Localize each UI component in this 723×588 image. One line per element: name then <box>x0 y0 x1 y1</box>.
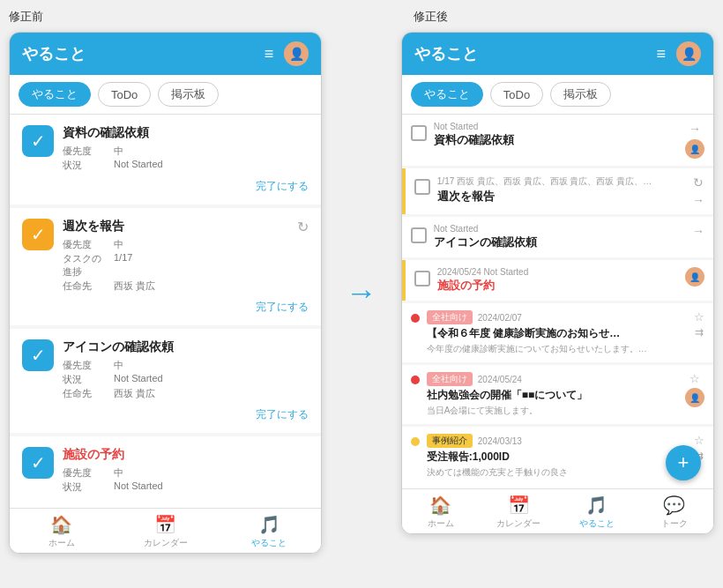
bulletin-2-sub: 当日A会場にて実施します。 <box>427 405 678 417</box>
bulletin-1[interactable]: 全社向け 2024/02/07 【令和６年度 健康診断実施のお知らせ… 今年度の… <box>402 303 713 362</box>
before-nav-home-label: ホーム <box>48 537 75 549</box>
before-task-4-meta: 優先度中 状況Not Started <box>63 466 309 494</box>
after-filter-icon[interactable]: ≡ <box>656 45 666 63</box>
after-tab-keijiban[interactable]: 掲示板 <box>550 82 611 107</box>
reply-icon[interactable]: ⇉ <box>695 326 704 339</box>
after-task-4[interactable]: 2024/05/24 Not Started 施設の予約 👤 <box>402 260 713 301</box>
before-task-3-complete[interactable]: 完了にする <box>63 407 309 422</box>
check-icon: ✓ <box>31 130 46 152</box>
before-task-2-title: 週次を報告 <box>63 219 124 234</box>
before-nav-yarukoto-label: やること <box>251 537 287 549</box>
after-nav-yarukoto[interactable]: 🎵 やること <box>557 495 635 530</box>
arrow-right-icon-2: → <box>692 193 704 207</box>
right-arrow-icon: → <box>346 274 377 311</box>
arrow: → <box>336 274 387 311</box>
before-filter-icon[interactable]: ≡ <box>265 45 274 63</box>
before-task-1-title: 資料の確認依頼 <box>63 125 309 141</box>
after-tab-todo[interactable]: ToDo <box>490 82 543 107</box>
arrow-right-icon-3: → <box>692 224 704 238</box>
check-icon-3: ✓ <box>31 345 46 366</box>
before-tab-todo[interactable]: ToDo <box>98 82 151 107</box>
before-task-1-meta: 優先度中 状況Not Started <box>63 145 309 172</box>
after-task-list: Not Started 資料の確認依頼 → 👤 1/17 西坂 貴広、西坂 貴広… <box>402 115 713 486</box>
after-task-3-checkbox[interactable] <box>411 227 427 243</box>
bulletin-2-actions: ☆ 👤 <box>685 372 704 407</box>
after-nav-yarukoto-label: やること <box>579 517 615 530</box>
before-tab-keijiban[interactable]: 掲示板 <box>158 82 219 107</box>
after-calendar-icon: 📅 <box>508 495 530 516</box>
before-label: 修正前 <box>9 9 43 25</box>
star-icon[interactable]: ☆ <box>694 310 704 324</box>
bulletin-1-date: 2024/02/07 <box>478 313 522 323</box>
after-title: やること <box>414 43 478 64</box>
before-task-1-icon: ✓ <box>22 125 54 157</box>
before-tab-yarukoto[interactable]: やること <box>19 82 91 107</box>
calendar-icon: 📅 <box>154 514 176 535</box>
star-icon-3[interactable]: ☆ <box>694 434 704 447</box>
check-icon-4: ✓ <box>31 452 46 473</box>
after-talk-icon: 💬 <box>663 495 685 516</box>
bulletin-1-actions: ☆ ⇉ <box>694 310 704 339</box>
before-task-4-title: 施設の予約 <box>63 447 309 463</box>
after-task-2-title: 週次を報告 <box>437 189 685 205</box>
before-task-2-meta: 優先度中 タスクの進捗1/17 任命先西坂 貴広 <box>63 238 309 293</box>
before-task-1-complete[interactable]: 完了にする <box>63 179 309 194</box>
after-nav-home-label: ホーム <box>428 517 454 530</box>
after-task-4-checkbox[interactable] <box>414 271 430 287</box>
before-task-2-body: 週次を報告 ↻ 優先度中 タスクの進捗1/17 任命先西坂 貴広 完了にする <box>63 219 309 315</box>
bulletin-1-sub: 今年度の健康診断実施についてお知らせいたします。… <box>427 343 687 355</box>
before-task-2-icon: ✓ <box>22 219 54 250</box>
after-task-4-body: 2024/05/24 Not Started 施設の予約 <box>437 267 678 294</box>
refresh-icon-2[interactable]: ↻ <box>693 175 704 190</box>
before-task-3-title: アイコンの確認依頼 <box>63 339 309 355</box>
before-title: やること <box>22 43 86 64</box>
after-header-icons: ≡ 👤 <box>656 41 701 66</box>
after-task-1-status: Not Started <box>434 122 678 131</box>
check-icon-2: ✓ <box>31 224 46 245</box>
after-task-2[interactable]: 1/17 西坂 貴広、西坂 貴広、西坂 貴広、西坂 貴広、… 週次を報告 ↻ → <box>402 168 713 214</box>
after-task-1-checkbox[interactable] <box>411 125 427 141</box>
before-task-4[interactable]: ✓ 施設の予約 優先度中 状況Not Started <box>10 436 321 504</box>
bulletin-2[interactable]: 全社向け 2024/05/24 社内勉強会の開催「■■について」 当日A会場にて… <box>402 365 713 424</box>
bulletin-2-tag: 全社向け <box>427 372 473 386</box>
bulletin-2-date: 2024/05/24 <box>478 375 522 384</box>
before-header: やること ≡ 👤 <box>10 33 321 75</box>
after-task-2-checkbox[interactable] <box>414 179 430 195</box>
after-nav-talk[interactable]: 💬 トーク <box>636 495 713 530</box>
after-task-2-status: 1/17 西坂 貴広、西坂 貴広、西坂 貴広、西坂 貴広、… <box>437 175 685 188</box>
after-nav-calendar[interactable]: 📅 カレンダー <box>480 495 557 530</box>
after-tab-yarukoto[interactable]: やること <box>411 82 483 107</box>
star-icon-2[interactable]: ☆ <box>689 372 700 385</box>
before-task-4-icon: ✓ <box>22 447 54 479</box>
before-bottom-nav: 🏠 ホーム 📅 カレンダー 🎵 やること <box>10 508 321 553</box>
after-task-1-body: Not Started 資料の確認依頼 <box>434 122 678 148</box>
bulletin-3-tag-row: 事例紹介 2024/03/13 <box>427 434 687 448</box>
before-task-3[interactable]: ✓ アイコンの確認依頼 優先度中 状況Not Started 任命先西坂 貴広 … <box>10 329 321 433</box>
before-task-4-body: 施設の予約 優先度中 状況Not Started <box>63 447 309 494</box>
before-task-1[interactable]: ✓ 資料の確認依頼 優先度中 状況Not Started 完了にする <box>10 115 321 205</box>
after-task-4-status: 2024/05/24 Not Started <box>437 267 678 277</box>
before-nav-home[interactable]: 🏠 ホーム <box>10 514 114 549</box>
refresh-icon[interactable]: ↻ <box>297 219 309 235</box>
before-task-3-icon: ✓ <box>22 339 54 371</box>
before-task-3-body: アイコンの確認依頼 優先度中 状況Not Started 任命先西坂 貴広 完了… <box>63 339 309 422</box>
after-task-3-title: アイコンの確認依頼 <box>434 234 685 250</box>
before-task-2-complete[interactable]: 完了にする <box>63 300 309 315</box>
before-tab-row: やること ToDo 掲示板 <box>10 75 321 115</box>
before-nav-calendar[interactable]: 📅 カレンダー <box>114 514 218 549</box>
after-task-3[interactable]: Not Started アイコンの確認依頼 → <box>402 217 713 257</box>
bulletin-3-date: 2024/03/13 <box>478 436 522 446</box>
after-task-2-body: 1/17 西坂 貴広、西坂 貴広、西坂 貴広、西坂 貴広、… 週次を報告 <box>437 175 685 205</box>
after-task-1[interactable]: Not Started 資料の確認依頼 → 👤 <box>402 115 713 166</box>
bulletin-1-title: 【令和６年度 健康診断実施のお知らせ… <box>427 326 687 341</box>
before-header-icons: ≡ 👤 <box>265 41 309 66</box>
fab-button[interactable]: + <box>666 445 701 480</box>
after-task-1-right: → 👤 <box>685 122 704 159</box>
after-task-3-status: Not Started <box>434 224 685 234</box>
before-nav-yarukoto[interactable]: 🎵 やること <box>217 514 321 549</box>
bulletin-2-title: 社内勉強会の開催「■■について」 <box>427 388 678 403</box>
before-task-2[interactable]: ✓ 週次を報告 ↻ 優先度中 タスクの進捗1/17 任命先西坂 貴広 完了にする <box>10 208 321 325</box>
after-yarukoto-icon: 🎵 <box>585 495 607 516</box>
after-task-3-right: → <box>692 224 704 238</box>
after-nav-home[interactable]: 🏠 ホーム <box>402 495 480 530</box>
